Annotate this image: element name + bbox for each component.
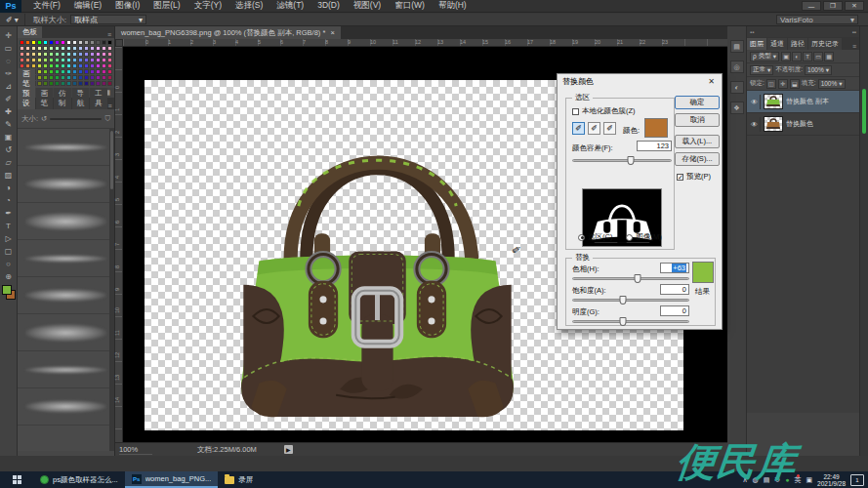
swatch-5[interactable] [49, 40, 54, 45]
status-menu-arrow-icon[interactable]: ▶ [284, 445, 293, 454]
filter-smart-icon[interactable]: ▦ [824, 52, 834, 61]
swatch-24[interactable] [66, 46, 71, 51]
swatch-45[interactable] [96, 52, 101, 57]
swatch-90[interactable] [78, 69, 83, 74]
brush-preset-item[interactable] [18, 129, 114, 166]
info-panel-icon[interactable]: ◎ [730, 61, 744, 73]
fill-select[interactable]: 100% ▾ [818, 79, 846, 89]
tab-brush-0[interactable]: 画笔预设 [18, 68, 35, 109]
tab-路径[interactable]: 路径 [788, 38, 807, 50]
swatch-101[interactable] [49, 75, 54, 80]
sample-color-swatch[interactable] [644, 118, 668, 138]
tool-gradient[interactable]: ▨ [2, 169, 16, 182]
preview-checkbox[interactable]: ✓ [677, 174, 683, 181]
swatch-31[interactable] [107, 46, 112, 51]
layers-scrollbar[interactable] [859, 26, 868, 456]
swatch-3[interactable] [37, 40, 42, 45]
start-button[interactable] [0, 471, 33, 488]
swatch-22[interactable] [55, 46, 60, 51]
swatch-23[interactable] [61, 46, 65, 51]
menu-item-5[interactable]: 选择(S) [229, 0, 269, 13]
swatch-49[interactable] [25, 58, 30, 62]
opacity-select[interactable]: 100% ▾ [805, 65, 832, 75]
swatch-16[interactable] [20, 46, 24, 51]
tool-clone-stamp[interactable]: ▣ [2, 131, 16, 143]
swatch-54[interactable] [55, 58, 60, 62]
minimize-button[interactable]: — [802, 1, 821, 11]
swatch-71[interactable] [61, 63, 65, 68]
swatch-47[interactable] [107, 52, 112, 57]
swatch-91[interactable] [84, 69, 89, 74]
lock-icon[interactable]: ⛉ [104, 114, 110, 124]
tab-图层[interactable]: 图层 [747, 38, 766, 50]
tab-brush-3[interactable]: 导航 [72, 88, 90, 109]
swatch-2[interactable] [31, 40, 36, 45]
swatch-11[interactable] [84, 40, 89, 45]
properties-panel-icon[interactable]: ▤ [730, 40, 744, 53]
swatch-87[interactable] [61, 69, 65, 74]
swatch-105[interactable] [72, 75, 77, 80]
load-button[interactable]: 载入(L)... [675, 135, 720, 148]
swatch-124[interactable] [90, 81, 95, 86]
menu-item-6[interactable]: 滤镜(T) [270, 0, 310, 13]
tab-swatches[interactable]: 色板 [18, 26, 42, 38]
swatch-83[interactable] [37, 69, 42, 74]
saturation-slider[interactable] [572, 299, 689, 302]
swatch-1[interactable] [25, 40, 30, 45]
tool-shape[interactable]: ▢ [2, 245, 16, 258]
panel-menu-icon[interactable]: ≡ [852, 43, 856, 50]
dialog-titlebar[interactable]: 替换颜色 ✕ [558, 74, 722, 88]
lock-transparency-icon[interactable]: ◫ [766, 79, 776, 89]
swatch-32[interactable] [20, 52, 24, 57]
tool-quick-select[interactable]: ✑ [2, 67, 16, 80]
adjustments-panel-icon[interactable]: ◐ [730, 81, 744, 94]
swatch-0[interactable] [20, 40, 24, 45]
swatch-58[interactable] [78, 58, 83, 62]
brush-preset-item[interactable] [18, 166, 114, 203]
swatch-116[interactable] [43, 81, 48, 86]
layer-row-0[interactable]: 👁替换颜色 副本 [747, 91, 859, 113]
brush-preset-item[interactable] [18, 314, 114, 351]
swatch-34[interactable] [31, 52, 36, 57]
result-color-swatch[interactable] [692, 262, 714, 283]
radio-selection[interactable] [578, 234, 585, 241]
menu-item-10[interactable]: 帮助(H) [433, 0, 473, 13]
blend-mode-select[interactable]: 正常 ▾ [750, 65, 773, 75]
swatch-89[interactable] [72, 69, 77, 74]
swatch-73[interactable] [72, 63, 77, 68]
swatch-106[interactable] [78, 75, 83, 80]
swatch-95[interactable] [107, 69, 112, 74]
menu-item-3[interactable]: 图层(L) [147, 0, 186, 13]
tool-healing-brush[interactable]: ✚ [2, 105, 16, 118]
swatch-9[interactable] [72, 40, 77, 45]
tool-zoom[interactable]: ⊕ [2, 270, 16, 283]
sample-size-select[interactable]: 取样点 ▾ [70, 15, 146, 24]
swatch-44[interactable] [90, 52, 95, 57]
filter-adjustment-icon[interactable]: ◐ [792, 52, 802, 61]
swatch-41[interactable] [72, 52, 77, 57]
swatch-40[interactable] [66, 52, 71, 57]
lightness-slider-thumb[interactable] [619, 317, 626, 326]
add-to-sample-eyedropper-button[interactable]: ✐ [588, 122, 600, 135]
swatch-75[interactable] [84, 63, 89, 68]
tab-通道[interactable]: 通道 [767, 38, 787, 50]
swatch-36[interactable] [43, 52, 48, 57]
swatch-121[interactable] [72, 81, 77, 86]
brush-preset-item[interactable] [18, 351, 114, 388]
styles-panel-icon[interactable]: ❖ [730, 102, 744, 114]
menu-item-7[interactable]: 3D(D) [311, 0, 346, 13]
swatch-8[interactable] [66, 40, 71, 45]
lock-all-icon[interactable]: ⬓ [790, 79, 800, 89]
swatch-4[interactable] [43, 40, 48, 45]
taskbar-task-0[interactable]: ps颜色取样器怎么... [33, 471, 125, 488]
cancel-button[interactable]: 取消 [675, 113, 720, 127]
visibility-eye-icon[interactable]: 👁 [749, 95, 761, 109]
foreground-color-swatch[interactable] [2, 285, 12, 295]
panel-menu-icon[interactable]: ≡ [108, 102, 112, 109]
document-tab[interactable]: women_bag_PNG6398.png @ 100% (替换颜色 副本, R… [115, 26, 341, 39]
radio-image[interactable] [626, 234, 633, 241]
saturation-slider-thumb[interactable] [619, 296, 626, 305]
swatch-52[interactable] [43, 58, 48, 62]
brush-preset-item[interactable] [18, 277, 114, 314]
swatch-127[interactable] [107, 81, 112, 86]
